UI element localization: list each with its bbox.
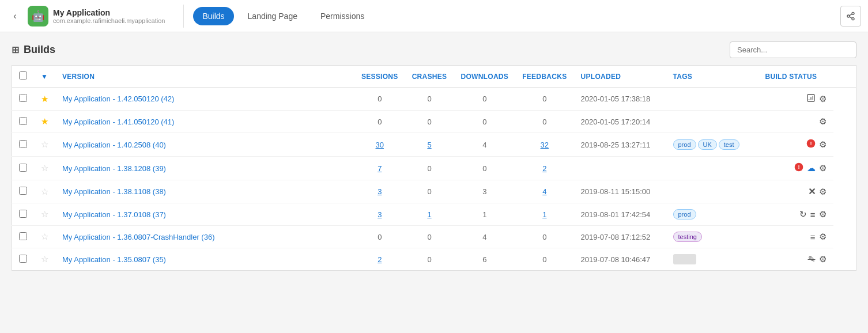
settings-gear-icon[interactable]: ⚙ <box>819 187 827 197</box>
star-empty-icon[interactable]: ☆ <box>41 254 48 264</box>
nav-divider <box>183 5 184 28</box>
row-feedbacks-cell: 4 <box>515 180 573 203</box>
table-header: ▼ VERSION SESSIONS CRASHES DOWNLOADS FEE… <box>12 66 856 88</box>
star-empty-icon[interactable]: ☆ <box>41 209 48 219</box>
row-star-cell[interactable]: ☆ <box>34 157 55 180</box>
settings-gear-icon[interactable]: ⚙ <box>819 209 827 220</box>
col-header-star[interactable]: ▼ <box>34 66 55 88</box>
row-star-cell[interactable]: ☆ <box>34 226 55 248</box>
tab-builds[interactable]: Builds <box>193 7 233 25</box>
row-star-cell[interactable]: ☆ <box>34 133 55 157</box>
row-version-cell: My Application - 1.41.050120 (41) <box>55 111 354 133</box>
row-checkbox[interactable] <box>19 255 27 263</box>
tab-landing-page[interactable]: Landing Page <box>239 7 307 25</box>
row-star-cell[interactable]: ★ <box>34 111 55 133</box>
star-empty-icon[interactable]: ☆ <box>41 232 48 241</box>
feedbacks-value: 0 <box>542 94 546 103</box>
sessions-link[interactable]: 30 <box>376 141 384 149</box>
row-star-cell[interactable]: ☆ <box>34 203 55 226</box>
row-checkbox-cell <box>12 203 35 226</box>
row-buildstatus-cell: ✕⚙ <box>758 180 833 203</box>
chart-icon[interactable] <box>806 93 816 104</box>
row-checkbox[interactable] <box>19 232 27 240</box>
feedbacks-link[interactable]: 2 <box>542 164 546 173</box>
table-row: ☆My Application - 1.37.0108 (37)31112019… <box>12 203 856 226</box>
settings-gear-icon[interactable]: ⚙ <box>819 254 827 264</box>
version-link[interactable]: My Application - 1.38.1108 (38) <box>62 187 166 196</box>
search-input[interactable] <box>730 41 856 58</box>
danger-icon[interactable]: ! <box>806 139 816 150</box>
app-icon: 🤖 <box>28 6 48 27</box>
settings-gear-icon[interactable]: ⚙ <box>819 163 827 173</box>
row-tags-cell <box>666 157 758 180</box>
crashes-link[interactable]: 1 <box>427 210 431 219</box>
danger-icon[interactable]: ! <box>794 162 803 174</box>
row-star-cell[interactable]: ☆ <box>34 248 55 271</box>
version-link[interactable]: My Application - 1.36.0807-CrashHandler … <box>62 233 214 241</box>
tag-label[interactable]: UK <box>698 139 717 150</box>
row-checkbox[interactable] <box>19 140 27 148</box>
sessions-link[interactable]: 3 <box>378 210 382 219</box>
row-downloads-cell: 0 <box>454 157 515 180</box>
row-checkbox[interactable] <box>19 187 27 195</box>
tag-label[interactable]: prod <box>673 139 696 150</box>
list-icon[interactable]: ≡ <box>810 232 816 242</box>
feedbacks-link[interactable]: 4 <box>542 187 546 196</box>
feedbacks-link[interactable]: 1 <box>542 210 546 219</box>
edit-off-icon[interactable]: ✎ <box>808 254 816 264</box>
version-link[interactable]: My Application - 1.38.1208 (39) <box>62 164 166 173</box>
row-checkbox[interactable] <box>19 210 27 218</box>
version-link[interactable]: My Application - 1.40.2508 (40) <box>62 141 166 149</box>
version-link[interactable]: My Application - 1.42.050120 (42) <box>62 94 174 103</box>
row-checkbox[interactable] <box>19 164 27 172</box>
star-filled-icon[interactable]: ★ <box>41 116 48 126</box>
row-feedbacks-cell: 0 <box>515 111 573 133</box>
tag-label[interactable]: test <box>719 139 739 150</box>
version-link[interactable]: My Application - 1.35.0807 (35) <box>62 255 166 264</box>
share-button[interactable] <box>840 6 861 27</box>
col-header-version: VERSION <box>55 66 354 88</box>
sessions-link[interactable]: 2 <box>378 255 382 264</box>
select-all-checkbox[interactable] <box>19 71 27 80</box>
col-header-buildstatus: BUILD STATUS <box>758 66 833 88</box>
list-icon[interactable]: ≡ <box>810 210 816 220</box>
row-checkbox[interactable] <box>19 117 27 125</box>
settings-gear-icon[interactable]: ⚙ <box>819 232 827 242</box>
refresh-icon[interactable]: ↻ <box>799 209 807 220</box>
sessions-link[interactable]: 7 <box>378 164 382 173</box>
row-crashes-cell: 0 <box>405 248 454 271</box>
uploaded-value: 2019-07-08 10:46:47 <box>581 255 651 264</box>
version-link[interactable]: My Application - 1.37.0108 (37) <box>62 210 166 219</box>
back-button[interactable]: ‹ <box>7 8 23 24</box>
downloads-value: 0 <box>482 118 486 126</box>
cloud-upload-icon[interactable]: ☁ <box>807 163 816 173</box>
row-star-cell[interactable]: ★ <box>34 88 55 111</box>
grid-icon: ⊞ <box>12 44 19 55</box>
crashes-link[interactable]: 5 <box>427 141 431 149</box>
sessions-link[interactable]: 3 <box>378 187 382 196</box>
star-empty-icon[interactable]: ☆ <box>41 187 48 196</box>
version-link[interactable]: My Application - 1.41.050120 (41) <box>62 118 174 126</box>
row-buildstatus-cell: ⚙ <box>758 111 833 133</box>
row-star-cell[interactable]: ☆ <box>34 180 55 203</box>
close-icon[interactable]: ✕ <box>808 186 816 197</box>
settings-gear-icon[interactable]: ⚙ <box>819 116 827 127</box>
star-empty-icon[interactable]: ☆ <box>41 163 48 173</box>
row-uploaded-cell: 2020-01-05 17:38:18 <box>574 88 666 111</box>
settings-gear-icon[interactable]: ⚙ <box>819 139 827 150</box>
tab-permissions[interactable]: Permissions <box>311 7 373 25</box>
row-checkbox[interactable] <box>19 94 27 102</box>
col-header-uploaded: UPLOADED <box>574 66 666 88</box>
star-filled-icon[interactable]: ★ <box>41 94 48 104</box>
row-version-cell: My Application - 1.38.1208 (39) <box>55 157 354 180</box>
settings-gear-icon[interactable]: ⚙ <box>819 94 827 104</box>
row-version-cell: My Application - 1.37.0108 (37) <box>55 203 354 226</box>
star-empty-icon[interactable]: ☆ <box>41 139 48 149</box>
tag-label[interactable]: prod <box>673 209 696 220</box>
row-crashes-cell: 0 <box>405 226 454 248</box>
feedbacks-link[interactable]: 32 <box>541 141 549 149</box>
svg-line-3 <box>850 17 852 18</box>
row-buildstatus-cell: ≡⚙ <box>758 226 833 248</box>
row-crashes-cell: 1 <box>405 203 454 226</box>
tag-label[interactable]: testing <box>673 232 702 242</box>
